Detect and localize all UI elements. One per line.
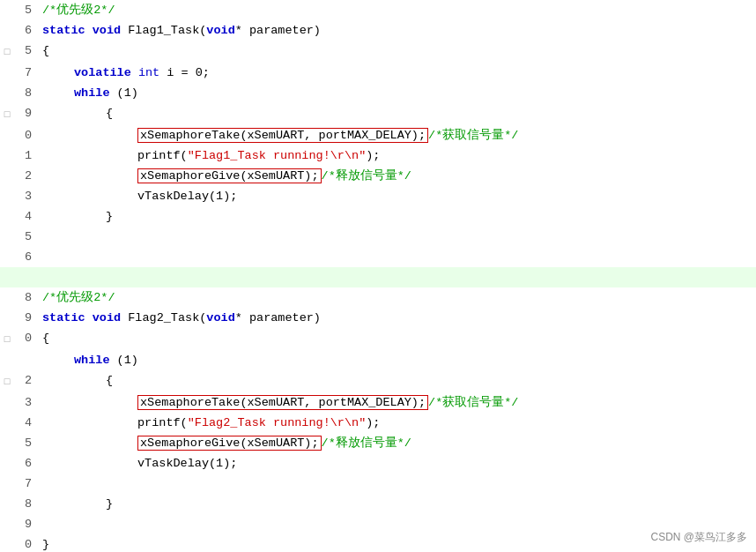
code-token: static [42,24,85,37]
code-line: 0xSemaphoreTake(xSemUART, portMAX_DELAY)… [0,125,756,145]
fold-indicator [0,534,14,552]
code-line: □0{ [0,328,756,350]
code-text: static void Flag1_Task(void* parameter) [39,20,756,41]
code-line: 4printf("Flag2_Task running!\r\n"); [0,413,756,433]
code-text: xSemaphoreGive(xSemUART);/*释放信号量*/ [39,433,756,453]
code-token: } [106,497,113,511]
code-text: volatile int i = 0; [39,63,756,83]
highlighted-code-box: xSemaphoreTake(xSemUART, portMAX_DELAY); [137,128,428,143]
line-number: 8 [14,83,39,103]
code-line: 5 [0,227,756,247]
fold-indicator: □ [0,328,14,350]
code-line: 0} [0,534,756,552]
code-token: * parameter) [235,311,321,324]
code-token: Flag1_Task( [121,24,206,37]
code-text: while (1) [39,350,756,370]
code-text: { [39,103,756,125]
code-text: while (1) [39,83,756,103]
code-token: /*优先级2*/ [42,4,115,17]
code-token: vTaskDelay(1); [137,457,237,470]
code-text: { [39,328,756,350]
code-line: 8while (1) [0,83,756,103]
code-line: 9 [0,514,756,534]
line-number: 6 [14,20,39,41]
code-line: 4} [0,206,756,227]
fold-indicator [0,453,14,474]
line-number: 3 [14,186,39,206]
fold-indicator [0,145,14,166]
fold-indicator [0,267,14,287]
line-number: 7 [14,474,39,494]
line-number: 0 [14,534,39,552]
line-number: 9 [14,308,39,328]
line-number: 5 [14,433,39,453]
fold-indicator [0,83,14,103]
code-line: 7 [0,474,756,494]
fold-indicator [0,413,14,433]
code-token: /*释放信号量*/ [322,436,411,450]
fold-indicator [0,494,14,514]
code-line [0,267,756,287]
highlighted-code-box: xSemaphoreGive(xSemUART); [137,168,322,183]
code-token [85,24,93,37]
code-token: { [106,374,113,387]
fold-indicator [0,433,14,453]
code-text: } [39,206,756,227]
fold-indicator [0,247,14,267]
code-line: 1printf("Flag1_Task running!\r\n"); [0,145,756,166]
code-token: ); [366,149,380,162]
line-number: 4 [14,413,39,433]
code-token: int [138,66,159,79]
code-token: { [42,44,49,57]
code-line: □5{ [0,41,756,63]
line-number: 1 [14,145,39,166]
fold-indicator [0,206,14,227]
code-token: } [106,210,113,223]
fold-indicator [0,186,14,206]
line-number: 8 [14,494,39,514]
code-token: "Flag1_Task running!\r\n" [188,149,367,162]
code-token: ); [366,416,380,429]
code-text [39,474,756,494]
code-token: (1) [110,86,138,100]
code-token: printf( [137,416,188,429]
code-text [39,514,756,534]
fold-indicator [0,287,14,308]
code-token: /*优先级2*/ [42,291,115,304]
code-text: xSemaphoreTake(xSemUART, portMAX_DELAY);… [39,125,756,145]
fold-indicator: □ [0,370,14,392]
line-number: 6 [14,453,39,474]
code-token: * parameter) [235,24,321,37]
code-token: /*获取信号量*/ [428,396,518,409]
fold-indicator [0,474,14,494]
highlighted-code-box: xSemaphoreTake(xSemUART, portMAX_DELAY); [137,395,428,410]
code-line: 6vTaskDelay(1); [0,453,756,474]
line-number: 8 [14,287,39,308]
code-line: 8/*优先级2*/ [0,287,756,308]
code-text: xSemaphoreTake(xSemUART, portMAX_DELAY);… [39,392,756,413]
code-line: 7volatile int i = 0; [0,63,756,83]
line-number: 2 [14,166,39,186]
code-token: void [93,311,121,324]
fold-indicator [0,63,14,83]
code-line: 3xSemaphoreTake(xSemUART, portMAX_DELAY)… [0,392,756,413]
code-text: /*优先级2*/ [39,0,756,20]
fold-indicator [0,350,14,370]
code-token: static [42,311,85,324]
code-text: xSemaphoreGive(xSemUART);/*释放信号量*/ [39,166,756,186]
code-text: static void Flag2_Task(void* parameter) [39,308,756,328]
line-number: 9 [14,103,39,125]
code-line: □9{ [0,103,756,125]
code-token: i = 0; [159,66,210,79]
line-number [14,267,39,287]
code-token: "Flag2_Task running!\r\n" [188,416,367,429]
code-token: void [206,311,234,324]
code-token: (1) [110,354,138,367]
line-number: 4 [14,206,39,227]
watermark: CSDN @菜鸟江多多 [650,530,747,545]
line-number: 0 [14,328,39,350]
code-line: while (1) [0,350,756,370]
code-token: /*释放信号量*/ [322,169,411,183]
code-token: /*获取信号量*/ [428,129,518,142]
line-number: 5 [14,227,39,247]
